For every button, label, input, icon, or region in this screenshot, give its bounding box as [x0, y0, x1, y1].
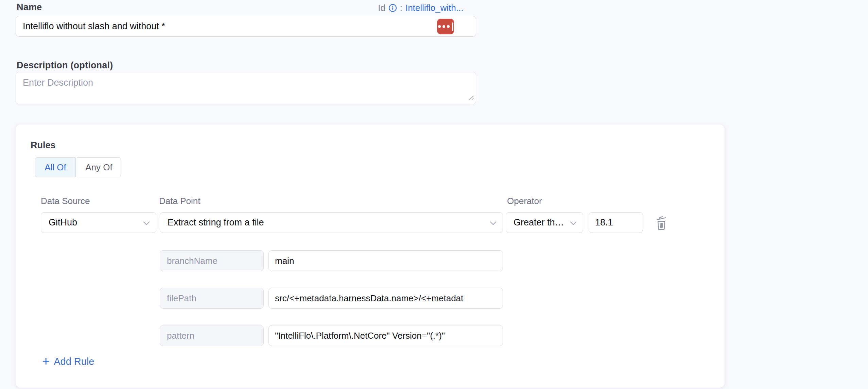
param-key-pattern: pattern	[160, 325, 264, 346]
data-source-label: Data Source	[41, 196, 90, 206]
chevron-down-icon	[490, 217, 497, 228]
data-point-select[interactable]: Extract string from a file	[160, 212, 503, 233]
operator-value: Greater than ...	[514, 217, 565, 228]
entity-id-row: Id : Intelliflo_with...	[378, 3, 463, 13]
entity-id-link[interactable]: Intelliflo_with...	[405, 3, 464, 13]
rules-title: Rules	[31, 140, 56, 151]
add-rule-label: Add Rule	[54, 356, 94, 367]
plus-icon: +	[42, 355, 50, 368]
password-manager-icon[interactable]	[437, 19, 454, 34]
param-value-container	[268, 288, 503, 309]
name-label: Name	[17, 2, 42, 13]
name-input[interactable]	[16, 16, 476, 36]
toggle-all-of[interactable]: All Of	[35, 157, 76, 177]
info-circle-icon[interactable]	[388, 4, 397, 12]
param-key-branch-name: branchName	[160, 250, 264, 271]
comparison-value-input[interactable]	[589, 213, 643, 233]
resize-handle-icon[interactable]	[468, 95, 474, 102]
description-textarea[interactable]	[16, 72, 476, 104]
data-point-value: Extract string from a file	[168, 217, 264, 228]
match-type-toggle: All Of Any Of	[35, 157, 121, 177]
trash-icon	[655, 216, 668, 231]
add-rule-button[interactable]: + Add Rule	[42, 356, 94, 368]
chevron-down-icon	[570, 217, 577, 228]
param-file-path-input[interactable]	[269, 288, 503, 308]
name-field-container	[16, 16, 476, 37]
operator-select[interactable]: Greater than ...	[506, 212, 583, 233]
rules-card: Rules All Of Any Of Data Source Data Poi…	[16, 124, 725, 388]
id-separator: :	[400, 3, 402, 13]
data-source-value: GitHub	[49, 217, 77, 228]
description-field-container	[16, 72, 476, 104]
param-pattern-input[interactable]	[269, 325, 503, 346]
param-key-file-path: filePath	[160, 288, 264, 309]
delete-rule-button[interactable]	[654, 215, 669, 231]
comparison-value-container	[589, 212, 643, 233]
data-point-label: Data Point	[159, 196, 200, 206]
param-value-container	[268, 250, 503, 271]
param-value-container	[268, 325, 503, 346]
rule-editor-page: Name Id : Intelliflo_with... Description…	[0, 0, 868, 389]
param-branch-name-input[interactable]	[269, 251, 503, 271]
id-label: Id	[378, 3, 385, 13]
description-label: Description (optional)	[17, 60, 113, 71]
chevron-down-icon	[143, 217, 150, 228]
operator-label: Operator	[507, 196, 542, 206]
data-source-select[interactable]: GitHub	[41, 212, 156, 233]
toggle-any-of[interactable]: Any Of	[77, 157, 121, 177]
